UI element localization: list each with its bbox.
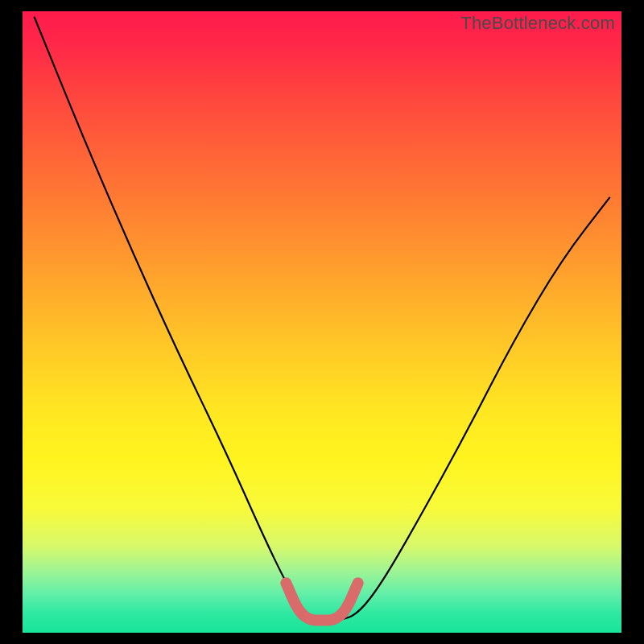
chart-svg xyxy=(23,11,621,633)
plot-area: TheBottleneck.com xyxy=(23,11,621,633)
chart-frame: TheBottleneck.com xyxy=(0,0,644,644)
optimal-band xyxy=(286,583,357,620)
bottleneck-curve xyxy=(35,18,609,621)
